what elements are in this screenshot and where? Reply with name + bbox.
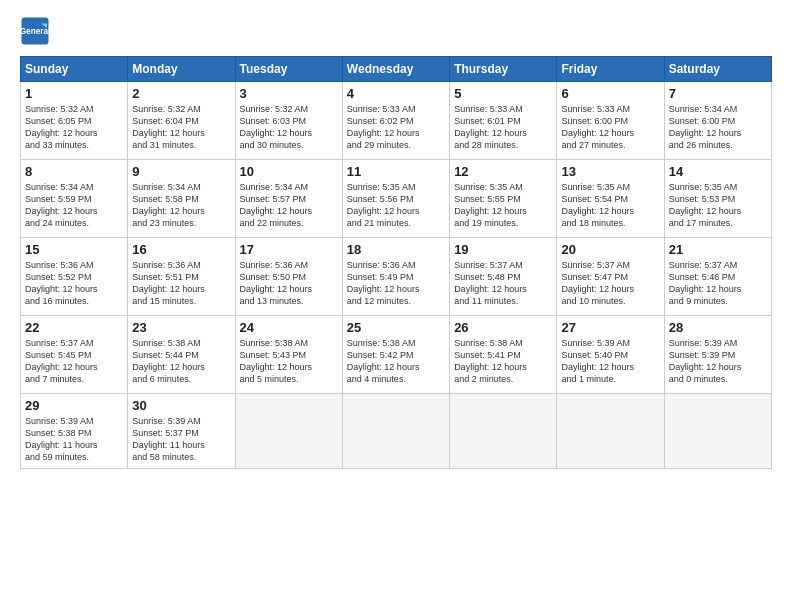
cell-info: Sunrise: 5:36 AMSunset: 5:50 PMDaylight:… [240,259,338,308]
calendar-cell: 23Sunrise: 5:38 AMSunset: 5:44 PMDayligh… [128,316,235,394]
cell-info: Sunrise: 5:36 AMSunset: 5:52 PMDaylight:… [25,259,123,308]
calendar-cell: 12Sunrise: 5:35 AMSunset: 5:55 PMDayligh… [450,160,557,238]
day-number: 21 [669,242,767,257]
cell-info: Sunrise: 5:38 AMSunset: 5:43 PMDaylight:… [240,337,338,386]
weekday-header-saturday: Saturday [664,57,771,82]
cell-info: Sunrise: 5:38 AMSunset: 5:41 PMDaylight:… [454,337,552,386]
day-number: 11 [347,164,445,179]
calendar-cell: 8Sunrise: 5:34 AMSunset: 5:59 PMDaylight… [21,160,128,238]
calendar-cell: 7Sunrise: 5:34 AMSunset: 6:00 PMDaylight… [664,82,771,160]
cell-info: Sunrise: 5:33 AMSunset: 6:02 PMDaylight:… [347,103,445,152]
day-number: 30 [132,398,230,413]
calendar-cell: 4Sunrise: 5:33 AMSunset: 6:02 PMDaylight… [342,82,449,160]
calendar-cell: 28Sunrise: 5:39 AMSunset: 5:39 PMDayligh… [664,316,771,394]
logo-icon: General [20,16,50,46]
calendar-cell: 10Sunrise: 5:34 AMSunset: 5:57 PMDayligh… [235,160,342,238]
day-number: 18 [347,242,445,257]
cell-info: Sunrise: 5:39 AMSunset: 5:39 PMDaylight:… [669,337,767,386]
calendar-cell [235,394,342,469]
week-row-1: 1Sunrise: 5:32 AMSunset: 6:05 PMDaylight… [21,82,772,160]
weekday-header-sunday: Sunday [21,57,128,82]
day-number: 23 [132,320,230,335]
day-number: 15 [25,242,123,257]
day-number: 10 [240,164,338,179]
calendar-cell: 19Sunrise: 5:37 AMSunset: 5:48 PMDayligh… [450,238,557,316]
weekday-header-monday: Monday [128,57,235,82]
calendar-cell: 1Sunrise: 5:32 AMSunset: 6:05 PMDaylight… [21,82,128,160]
cell-info: Sunrise: 5:36 AMSunset: 5:49 PMDaylight:… [347,259,445,308]
calendar-table: SundayMondayTuesdayWednesdayThursdayFrid… [20,56,772,469]
day-number: 27 [561,320,659,335]
calendar-cell [342,394,449,469]
cell-info: Sunrise: 5:34 AMSunset: 5:59 PMDaylight:… [25,181,123,230]
calendar-cell: 20Sunrise: 5:37 AMSunset: 5:47 PMDayligh… [557,238,664,316]
calendar-cell: 2Sunrise: 5:32 AMSunset: 6:04 PMDaylight… [128,82,235,160]
calendar-cell: 25Sunrise: 5:38 AMSunset: 5:42 PMDayligh… [342,316,449,394]
day-number: 8 [25,164,123,179]
calendar-cell: 13Sunrise: 5:35 AMSunset: 5:54 PMDayligh… [557,160,664,238]
calendar-cell [450,394,557,469]
cell-info: Sunrise: 5:32 AMSunset: 6:03 PMDaylight:… [240,103,338,152]
day-number: 9 [132,164,230,179]
cell-info: Sunrise: 5:39 AMSunset: 5:37 PMDaylight:… [132,415,230,464]
day-number: 26 [454,320,552,335]
cell-info: Sunrise: 5:37 AMSunset: 5:47 PMDaylight:… [561,259,659,308]
calendar-cell: 22Sunrise: 5:37 AMSunset: 5:45 PMDayligh… [21,316,128,394]
cell-info: Sunrise: 5:37 AMSunset: 5:45 PMDaylight:… [25,337,123,386]
day-number: 5 [454,86,552,101]
day-number: 1 [25,86,123,101]
calendar-cell: 18Sunrise: 5:36 AMSunset: 5:49 PMDayligh… [342,238,449,316]
header: General [20,16,772,46]
day-number: 24 [240,320,338,335]
weekday-header-tuesday: Tuesday [235,57,342,82]
weekday-header-row: SundayMondayTuesdayWednesdayThursdayFrid… [21,57,772,82]
cell-info: Sunrise: 5:36 AMSunset: 5:51 PMDaylight:… [132,259,230,308]
cell-info: Sunrise: 5:39 AMSunset: 5:40 PMDaylight:… [561,337,659,386]
cell-info: Sunrise: 5:37 AMSunset: 5:46 PMDaylight:… [669,259,767,308]
weekday-header-wednesday: Wednesday [342,57,449,82]
day-number: 22 [25,320,123,335]
cell-info: Sunrise: 5:39 AMSunset: 5:38 PMDaylight:… [25,415,123,464]
cell-info: Sunrise: 5:35 AMSunset: 5:55 PMDaylight:… [454,181,552,230]
cell-info: Sunrise: 5:34 AMSunset: 5:57 PMDaylight:… [240,181,338,230]
day-number: 16 [132,242,230,257]
calendar-cell: 15Sunrise: 5:36 AMSunset: 5:52 PMDayligh… [21,238,128,316]
day-number: 14 [669,164,767,179]
day-number: 2 [132,86,230,101]
day-number: 29 [25,398,123,413]
calendar-cell: 3Sunrise: 5:32 AMSunset: 6:03 PMDaylight… [235,82,342,160]
weekday-header-thursday: Thursday [450,57,557,82]
calendar-cell: 30Sunrise: 5:39 AMSunset: 5:37 PMDayligh… [128,394,235,469]
week-row-2: 8Sunrise: 5:34 AMSunset: 5:59 PMDaylight… [21,160,772,238]
cell-info: Sunrise: 5:38 AMSunset: 5:44 PMDaylight:… [132,337,230,386]
calendar-cell: 6Sunrise: 5:33 AMSunset: 6:00 PMDaylight… [557,82,664,160]
day-number: 25 [347,320,445,335]
day-number: 7 [669,86,767,101]
day-number: 17 [240,242,338,257]
day-number: 4 [347,86,445,101]
logo: General [20,16,54,46]
week-row-3: 15Sunrise: 5:36 AMSunset: 5:52 PMDayligh… [21,238,772,316]
cell-info: Sunrise: 5:33 AMSunset: 6:00 PMDaylight:… [561,103,659,152]
week-row-4: 22Sunrise: 5:37 AMSunset: 5:45 PMDayligh… [21,316,772,394]
calendar-cell: 11Sunrise: 5:35 AMSunset: 5:56 PMDayligh… [342,160,449,238]
svg-text:General: General [20,27,50,36]
day-number: 6 [561,86,659,101]
calendar-cell: 29Sunrise: 5:39 AMSunset: 5:38 PMDayligh… [21,394,128,469]
cell-info: Sunrise: 5:38 AMSunset: 5:42 PMDaylight:… [347,337,445,386]
cell-info: Sunrise: 5:33 AMSunset: 6:01 PMDaylight:… [454,103,552,152]
page: General SundayMondayTuesdayWednesdayThur… [0,0,792,612]
calendar-cell: 9Sunrise: 5:34 AMSunset: 5:58 PMDaylight… [128,160,235,238]
calendar-cell [557,394,664,469]
calendar-cell: 26Sunrise: 5:38 AMSunset: 5:41 PMDayligh… [450,316,557,394]
day-number: 13 [561,164,659,179]
cell-info: Sunrise: 5:35 AMSunset: 5:53 PMDaylight:… [669,181,767,230]
calendar-cell: 24Sunrise: 5:38 AMSunset: 5:43 PMDayligh… [235,316,342,394]
cell-info: Sunrise: 5:35 AMSunset: 5:54 PMDaylight:… [561,181,659,230]
day-number: 20 [561,242,659,257]
calendar-cell [664,394,771,469]
cell-info: Sunrise: 5:32 AMSunset: 6:05 PMDaylight:… [25,103,123,152]
week-row-5: 29Sunrise: 5:39 AMSunset: 5:38 PMDayligh… [21,394,772,469]
cell-info: Sunrise: 5:35 AMSunset: 5:56 PMDaylight:… [347,181,445,230]
day-number: 12 [454,164,552,179]
